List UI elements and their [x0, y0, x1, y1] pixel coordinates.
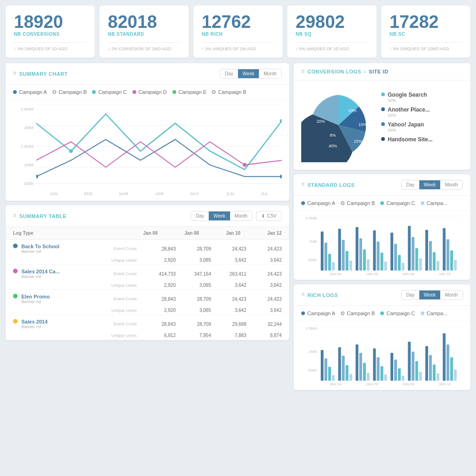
- legend-dot-empty: [341, 311, 344, 315]
- bar: [367, 259, 370, 271]
- metric-val: 3,085: [176, 258, 211, 263]
- bar: [381, 366, 383, 381]
- bar: [350, 260, 352, 271]
- legend-item-campaign-b[interactable]: Campaign B: [341, 311, 375, 316]
- toggle-day[interactable]: Day: [402, 291, 419, 299]
- csv-download-button[interactable]: ⬇ CSV: [256, 211, 282, 221]
- bar: [363, 363, 366, 381]
- bar: [412, 237, 415, 271]
- toggle-month[interactable]: Month: [440, 291, 463, 299]
- legend-dot-empty: [212, 90, 216, 94]
- rich-logs-card: ⠿ RICH LOGS DayWeekMonth Campaign ACampa…: [294, 284, 470, 390]
- toggle-day[interactable]: Day: [220, 69, 238, 78]
- legend-dot: [421, 311, 424, 315]
- bar: [425, 230, 428, 271]
- drag-icon: ⠿: [13, 71, 17, 76]
- metric-val: 24,423: [246, 271, 282, 277]
- legend-label: Campaign B: [59, 89, 87, 95]
- svg-text:10%: 10%: [348, 108, 357, 113]
- table-row: Unique Users 2,920 3,085 3,642 3,642: [6, 256, 289, 264]
- metric-label: Event Count: [101, 271, 140, 276]
- legend-item-campa...[interactable]: Campa...: [421, 200, 448, 206]
- stat-label-sq: NB SQ: [296, 32, 368, 37]
- campaign-title: Back To School: [21, 244, 101, 249]
- metric-val: 7,954: [176, 333, 211, 338]
- summary-chart-toggles[interactable]: DayWeekMonth: [220, 69, 282, 79]
- legend-item-campaign-d[interactable]: Campaign D: [132, 89, 167, 95]
- metric-label: Event Count: [101, 246, 140, 251]
- toggle-week[interactable]: Week: [419, 291, 440, 299]
- campaign-name: Elen Promo Banner Ad: [21, 294, 101, 304]
- bar: [402, 376, 404, 381]
- metric-val: 3,642: [211, 258, 246, 263]
- metric-val: 3,085: [176, 308, 211, 313]
- svg-point-5: [36, 175, 38, 178]
- campaign-name: Sales 2014 Ca... Banner Ad: [21, 269, 101, 279]
- metric-val: 28,843: [140, 297, 176, 302]
- campaign-dot: [13, 244, 18, 248]
- metric-label: Unique Users: [101, 283, 140, 288]
- stat-footer-sq: ↑ 0% UNIQUES OF 1D AGO: [296, 46, 368, 51]
- campaign-name: Back To School Banner Ad: [21, 244, 101, 254]
- legend-item-campaign-a[interactable]: Campaign A: [301, 311, 335, 316]
- svg-point-9: [243, 163, 246, 167]
- toggle-month[interactable]: Month: [259, 69, 281, 78]
- toggle-month[interactable]: Month: [440, 180, 463, 189]
- toggle-week[interactable]: Week: [209, 212, 230, 220]
- legend-item-campaign-a[interactable]: Campaign A: [13, 89, 47, 95]
- legend-item-campaign-e[interactable]: Campaign E: [172, 89, 207, 95]
- drag-icon-conv: ⠿: [301, 69, 305, 74]
- bar: [367, 373, 370, 381]
- toggle-day[interactable]: Day: [191, 212, 209, 220]
- legend-dot: [92, 90, 96, 94]
- legend-item-campaign-c[interactable]: Campaign C: [380, 311, 415, 316]
- stat-number-rich: 12762: [202, 13, 274, 31]
- legend-dot: [172, 90, 176, 94]
- toggle-day[interactable]: Day: [402, 180, 419, 189]
- line-chart-svg: [36, 105, 282, 188]
- summary-table-card: ⠿ SUMMARY TABLE DayWeekMonth ⬇ CSV Log T…: [6, 205, 289, 340]
- bar: [332, 375, 335, 381]
- drag-icon-table: ⠿: [13, 213, 17, 218]
- metric-val: 24,423: [211, 297, 246, 302]
- toggle-month[interactable]: Month: [230, 212, 252, 220]
- stats-row: 18920 NB CONVERSIONS ↑ 3% UNIQUES OF 1D …: [6, 6, 470, 58]
- pie-legend: Google Search 10% Another Place... 15%: [381, 88, 463, 162]
- svg-text:40%: 40%: [329, 144, 337, 148]
- rich-logs-toggles[interactable]: DayWeekMonth: [401, 290, 463, 300]
- bar: [394, 359, 397, 381]
- campaign-info: Back To School Banner Ad: [13, 244, 101, 254]
- campaign-title: Elen Promo: [21, 294, 101, 299]
- bar-x-label: JAN 10: [439, 272, 451, 276]
- drag-icon-std: ⠿: [301, 182, 305, 187]
- legend-label: Campaign B: [347, 311, 375, 316]
- bar: [443, 228, 446, 271]
- stat-label-standard: NB STANDARD: [108, 32, 180, 37]
- legend-item-campa...[interactable]: Campa...: [421, 311, 448, 316]
- legend-item-campaign-b[interactable]: Campaign B: [53, 89, 87, 95]
- conversion-logs-card: ⠿ CONVERSION LOGS › SITE ID: [294, 63, 470, 170]
- bar: [412, 352, 415, 381]
- table-body: Back To School Banner Ad Event Count 28,…: [6, 240, 289, 340]
- legend-item-campaign-b[interactable]: Campaign B: [341, 200, 375, 206]
- legend-item-campaign-a[interactable]: Campaign A: [301, 200, 335, 206]
- legend-item-campaign-c[interactable]: Campaign C: [380, 200, 415, 206]
- bar: [436, 261, 439, 271]
- stat-label-conversions: NB CONVERSIONS: [14, 32, 86, 37]
- legend-item-campaign-c[interactable]: Campaign C: [92, 89, 126, 95]
- legend-label: Campaign C: [386, 200, 415, 206]
- metric-val: 24,423: [246, 297, 282, 302]
- campaign-sub: Banner Ad: [21, 324, 101, 329]
- legend-item-campaign-b[interactable]: Campaign B: [212, 89, 246, 95]
- bar: [359, 238, 362, 271]
- legend-label: Campaign C: [386, 311, 415, 316]
- summary-table-toggles[interactable]: DayWeekMonth: [191, 211, 252, 221]
- standard-logs-toggles[interactable]: DayWeekMonth: [401, 180, 463, 190]
- metric-label: Unique Users: [101, 258, 140, 263]
- toggle-week[interactable]: Week: [238, 69, 259, 78]
- toggle-week[interactable]: Week: [419, 180, 440, 189]
- col-jan06: Jan 06: [116, 231, 158, 236]
- metric-val: 3,642: [246, 308, 282, 313]
- bar-svg: 2.5MM1MM500K: [301, 325, 463, 381]
- summary-chart-legend: Campaign ACampaign BCampaign CCampaign D…: [6, 85, 289, 100]
